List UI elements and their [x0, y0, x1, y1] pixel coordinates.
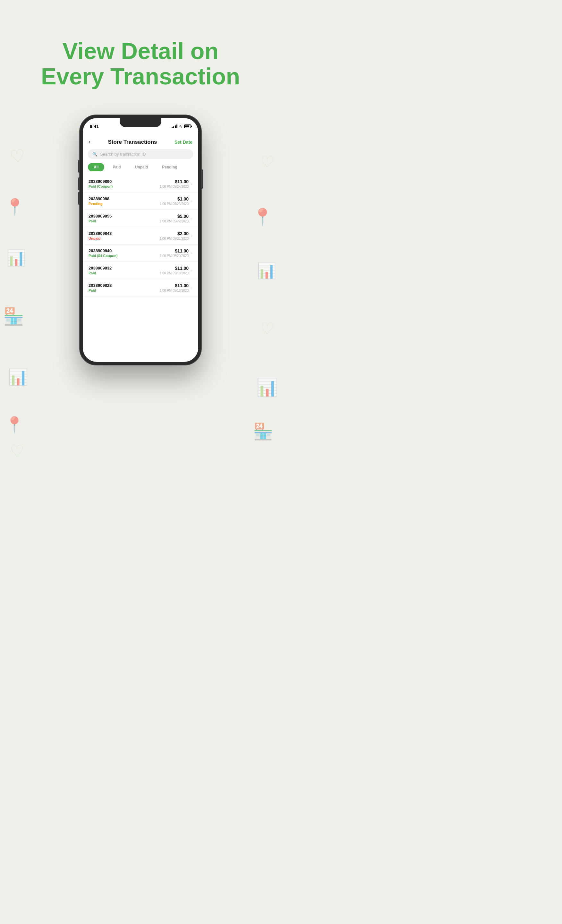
txn-status: Pending	[88, 202, 109, 206]
chevron-right-icon: ›	[191, 199, 192, 203]
main-heading: View Detail on Every Transaction	[41, 39, 240, 89]
filter-tabs: All Paid Unpaid Pending	[83, 162, 198, 175]
chevron-right-icon: ›	[191, 182, 192, 186]
transaction-row[interactable]: 2038909855 Paid $5.00 1:00 PM 05/22/2020…	[83, 210, 198, 227]
phone-mockup: 9:41 ∿ ‹ Store Transactions Set	[79, 115, 201, 365]
phone-frame: 9:41 ∿ ‹ Store Transactions Set	[79, 115, 201, 365]
chevron-right-icon: ›	[191, 234, 192, 238]
txn-date: 1:00 PM 05/20/2020	[160, 254, 189, 258]
txn-status: Paid	[88, 288, 112, 292]
txn-amount: $11.00	[160, 266, 189, 271]
txn-id: 2038909890	[88, 179, 112, 184]
transaction-row[interactable]: 2038909840 Paid ($4 Coupon) $11.00 1:00 …	[83, 244, 198, 262]
search-container: 🔍 Search by transaction ID	[83, 148, 198, 162]
search-bar[interactable]: 🔍 Search by transaction ID	[88, 149, 193, 159]
nav-header: ‹ Store Transactions Set Date	[83, 135, 198, 148]
txn-status: Unpaid	[88, 237, 112, 240]
page-header: View Detail on Every Transaction	[22, 39, 259, 89]
signal-icon	[172, 124, 177, 128]
txn-id: 203890988	[88, 196, 109, 201]
txn-status: Paid ($4 Coupon)	[88, 254, 117, 258]
phone-screen: 9:41 ∿ ‹ Store Transactions Set	[83, 118, 198, 362]
txn-id: 2038909855	[88, 214, 112, 219]
notch	[120, 118, 161, 127]
status-time: 9:41	[90, 124, 99, 129]
filter-all[interactable]: All	[88, 163, 104, 171]
txn-amount: $5.00	[160, 214, 189, 219]
transaction-row[interactable]: 2038909828 Paid $11.00 1:00 PM 05/18/202…	[83, 279, 198, 297]
txn-status: Paid	[88, 271, 112, 275]
txn-date: 1:00 PM 05/23/2020	[160, 202, 189, 206]
txn-amount: $2.00	[160, 231, 189, 236]
txn-amount: $1.00	[160, 196, 189, 201]
back-button[interactable]: ‹	[88, 139, 90, 146]
set-date-button[interactable]: Set Date	[174, 140, 192, 145]
app-content: ‹ Store Transactions Set Date 🔍 Search b…	[83, 135, 198, 362]
chevron-right-icon: ›	[191, 285, 192, 290]
status-bar: 9:41 ∿	[83, 118, 198, 135]
txn-amount: $11.00	[160, 248, 189, 254]
status-icons: ∿	[172, 124, 191, 129]
transaction-list: 2038909890 Paid (Coupon) $11.00 1:00 PM …	[83, 175, 198, 362]
chevron-right-icon: ›	[191, 251, 192, 255]
chevron-right-icon: ›	[191, 216, 192, 221]
txn-date: 1:00 PM 05/21/2020	[160, 237, 189, 240]
txn-status: Paid (Coupon)	[88, 184, 112, 188]
transaction-row[interactable]: 2038909890 Paid (Coupon) $11.00 1:00 PM …	[83, 175, 198, 192]
txn-id: 2038909832	[88, 266, 112, 270]
txn-id: 2038909840	[88, 248, 117, 253]
txn-date: 1:00 PM 05/19/2020	[160, 272, 189, 275]
battery-icon	[184, 124, 191, 128]
txn-date: 1:00 PM 05/22/2020	[160, 219, 189, 223]
transaction-row[interactable]: 2038909843 Unpaid $2.00 1:00 PM 05/21/20…	[83, 227, 198, 244]
wifi-icon: ∿	[179, 124, 183, 129]
search-input[interactable]: Search by transaction ID	[100, 152, 145, 157]
filter-pending[interactable]: Pending	[156, 163, 183, 171]
transaction-row[interactable]: 203890988 Pending $1.00 1:00 PM 05/23/20…	[83, 192, 198, 210]
txn-id: 2038909843	[88, 231, 112, 236]
txn-date: 1:00 PM 05/24/2020	[160, 185, 189, 188]
chevron-right-icon: ›	[191, 268, 192, 273]
filter-paid[interactable]: Paid	[107, 163, 126, 171]
transaction-row[interactable]: 2038909832 Paid $11.00 1:00 PM 05/19/202…	[83, 262, 198, 279]
txn-amount: $11.00	[160, 179, 189, 184]
page-title: Store Transactions	[108, 139, 157, 146]
search-icon: 🔍	[92, 152, 97, 157]
filter-unpaid[interactable]: Unpaid	[129, 163, 154, 171]
txn-status: Paid	[88, 219, 112, 223]
txn-amount: $11.00	[160, 283, 189, 288]
txn-date: 1:00 PM 05/18/2020	[160, 289, 189, 292]
txn-id: 2038909828	[88, 283, 112, 288]
